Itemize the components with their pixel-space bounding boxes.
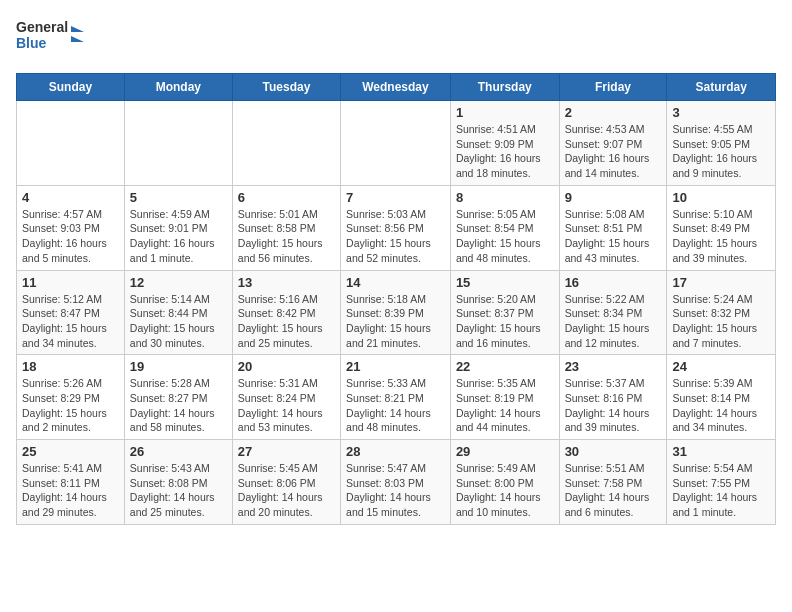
calendar-cell: 2Sunrise: 4:53 AMSunset: 9:07 PMDaylight… (559, 101, 667, 186)
calendar-cell: 20Sunrise: 5:31 AMSunset: 8:24 PMDayligh… (232, 355, 340, 440)
calendar-body: 1Sunrise: 4:51 AMSunset: 9:09 PMDaylight… (17, 101, 776, 525)
day-info: Sunrise: 5:47 AMSunset: 8:03 PMDaylight:… (346, 461, 445, 520)
day-info: Sunrise: 5:12 AMSunset: 8:47 PMDaylight:… (22, 292, 119, 351)
day-number: 8 (456, 190, 554, 205)
calendar-cell: 23Sunrise: 5:37 AMSunset: 8:16 PMDayligh… (559, 355, 667, 440)
weekday-header-row: SundayMondayTuesdayWednesdayThursdayFrid… (17, 74, 776, 101)
calendar-cell: 26Sunrise: 5:43 AMSunset: 8:08 PMDayligh… (124, 440, 232, 525)
day-info: Sunrise: 5:35 AMSunset: 8:19 PMDaylight:… (456, 376, 554, 435)
day-info: Sunrise: 4:59 AMSunset: 9:01 PMDaylight:… (130, 207, 227, 266)
day-number: 9 (565, 190, 662, 205)
day-number: 31 (672, 444, 770, 459)
day-number: 23 (565, 359, 662, 374)
calendar-cell: 10Sunrise: 5:10 AMSunset: 8:49 PMDayligh… (667, 185, 776, 270)
day-number: 3 (672, 105, 770, 120)
weekday-header-cell: Wednesday (341, 74, 451, 101)
day-number: 30 (565, 444, 662, 459)
day-info: Sunrise: 5:31 AMSunset: 8:24 PMDaylight:… (238, 376, 335, 435)
calendar-cell: 18Sunrise: 5:26 AMSunset: 8:29 PMDayligh… (17, 355, 125, 440)
day-number: 7 (346, 190, 445, 205)
day-info: Sunrise: 5:14 AMSunset: 8:44 PMDaylight:… (130, 292, 227, 351)
calendar-week-row: 25Sunrise: 5:41 AMSunset: 8:11 PMDayligh… (17, 440, 776, 525)
calendar-cell (232, 101, 340, 186)
day-number: 28 (346, 444, 445, 459)
calendar-table: SundayMondayTuesdayWednesdayThursdayFrid… (16, 73, 776, 525)
day-info: Sunrise: 5:18 AMSunset: 8:39 PMDaylight:… (346, 292, 445, 351)
calendar-cell: 15Sunrise: 5:20 AMSunset: 8:37 PMDayligh… (450, 270, 559, 355)
calendar-cell: 8Sunrise: 5:05 AMSunset: 8:54 PMDaylight… (450, 185, 559, 270)
weekday-header-cell: Tuesday (232, 74, 340, 101)
calendar-cell: 6Sunrise: 5:01 AMSunset: 8:58 PMDaylight… (232, 185, 340, 270)
calendar-cell (124, 101, 232, 186)
svg-text:Blue: Blue (16, 35, 47, 51)
day-number: 15 (456, 275, 554, 290)
calendar-cell: 27Sunrise: 5:45 AMSunset: 8:06 PMDayligh… (232, 440, 340, 525)
calendar-cell: 17Sunrise: 5:24 AMSunset: 8:32 PMDayligh… (667, 270, 776, 355)
calendar-cell: 30Sunrise: 5:51 AMSunset: 7:58 PMDayligh… (559, 440, 667, 525)
calendar-week-row: 1Sunrise: 4:51 AMSunset: 9:09 PMDaylight… (17, 101, 776, 186)
calendar-cell: 22Sunrise: 5:35 AMSunset: 8:19 PMDayligh… (450, 355, 559, 440)
day-number: 2 (565, 105, 662, 120)
calendar-cell: 12Sunrise: 5:14 AMSunset: 8:44 PMDayligh… (124, 270, 232, 355)
day-info: Sunrise: 5:26 AMSunset: 8:29 PMDaylight:… (22, 376, 119, 435)
day-number: 26 (130, 444, 227, 459)
calendar-week-row: 4Sunrise: 4:57 AMSunset: 9:03 PMDaylight… (17, 185, 776, 270)
day-number: 19 (130, 359, 227, 374)
day-number: 22 (456, 359, 554, 374)
day-number: 18 (22, 359, 119, 374)
day-info: Sunrise: 5:28 AMSunset: 8:27 PMDaylight:… (130, 376, 227, 435)
calendar-cell: 9Sunrise: 5:08 AMSunset: 8:51 PMDaylight… (559, 185, 667, 270)
calendar-cell: 3Sunrise: 4:55 AMSunset: 9:05 PMDaylight… (667, 101, 776, 186)
logo-svg: General Blue (16, 16, 86, 61)
day-info: Sunrise: 5:16 AMSunset: 8:42 PMDaylight:… (238, 292, 335, 351)
day-number: 21 (346, 359, 445, 374)
calendar-cell: 24Sunrise: 5:39 AMSunset: 8:14 PMDayligh… (667, 355, 776, 440)
day-info: Sunrise: 4:51 AMSunset: 9:09 PMDaylight:… (456, 122, 554, 181)
day-number: 1 (456, 105, 554, 120)
day-number: 13 (238, 275, 335, 290)
day-number: 11 (22, 275, 119, 290)
day-info: Sunrise: 4:55 AMSunset: 9:05 PMDaylight:… (672, 122, 770, 181)
day-info: Sunrise: 5:01 AMSunset: 8:58 PMDaylight:… (238, 207, 335, 266)
day-number: 29 (456, 444, 554, 459)
calendar-cell: 13Sunrise: 5:16 AMSunset: 8:42 PMDayligh… (232, 270, 340, 355)
calendar-cell: 7Sunrise: 5:03 AMSunset: 8:56 PMDaylight… (341, 185, 451, 270)
calendar-cell: 16Sunrise: 5:22 AMSunset: 8:34 PMDayligh… (559, 270, 667, 355)
day-number: 4 (22, 190, 119, 205)
calendar-cell (17, 101, 125, 186)
day-number: 20 (238, 359, 335, 374)
day-info: Sunrise: 5:33 AMSunset: 8:21 PMDaylight:… (346, 376, 445, 435)
day-info: Sunrise: 5:08 AMSunset: 8:51 PMDaylight:… (565, 207, 662, 266)
day-info: Sunrise: 5:22 AMSunset: 8:34 PMDaylight:… (565, 292, 662, 351)
day-number: 24 (672, 359, 770, 374)
calendar-cell: 25Sunrise: 5:41 AMSunset: 8:11 PMDayligh… (17, 440, 125, 525)
day-info: Sunrise: 4:57 AMSunset: 9:03 PMDaylight:… (22, 207, 119, 266)
day-info: Sunrise: 5:49 AMSunset: 8:00 PMDaylight:… (456, 461, 554, 520)
day-info: Sunrise: 5:37 AMSunset: 8:16 PMDaylight:… (565, 376, 662, 435)
weekday-header-cell: Thursday (450, 74, 559, 101)
weekday-header-cell: Saturday (667, 74, 776, 101)
calendar-cell: 31Sunrise: 5:54 AMSunset: 7:55 PMDayligh… (667, 440, 776, 525)
day-info: Sunrise: 5:03 AMSunset: 8:56 PMDaylight:… (346, 207, 445, 266)
day-info: Sunrise: 5:39 AMSunset: 8:14 PMDaylight:… (672, 376, 770, 435)
day-info: Sunrise: 5:24 AMSunset: 8:32 PMDaylight:… (672, 292, 770, 351)
weekday-header-cell: Monday (124, 74, 232, 101)
day-number: 5 (130, 190, 227, 205)
weekday-header-cell: Sunday (17, 74, 125, 101)
calendar-week-row: 11Sunrise: 5:12 AMSunset: 8:47 PMDayligh… (17, 270, 776, 355)
day-number: 16 (565, 275, 662, 290)
day-number: 10 (672, 190, 770, 205)
day-info: Sunrise: 5:10 AMSunset: 8:49 PMDaylight:… (672, 207, 770, 266)
calendar-cell: 21Sunrise: 5:33 AMSunset: 8:21 PMDayligh… (341, 355, 451, 440)
day-number: 25 (22, 444, 119, 459)
day-number: 12 (130, 275, 227, 290)
page-header: General Blue (16, 16, 776, 61)
calendar-cell: 11Sunrise: 5:12 AMSunset: 8:47 PMDayligh… (17, 270, 125, 355)
day-number: 17 (672, 275, 770, 290)
day-info: Sunrise: 5:51 AMSunset: 7:58 PMDaylight:… (565, 461, 662, 520)
day-info: Sunrise: 5:05 AMSunset: 8:54 PMDaylight:… (456, 207, 554, 266)
calendar-cell (341, 101, 451, 186)
day-info: Sunrise: 5:45 AMSunset: 8:06 PMDaylight:… (238, 461, 335, 520)
day-info: Sunrise: 5:43 AMSunset: 8:08 PMDaylight:… (130, 461, 227, 520)
svg-marker-3 (71, 26, 84, 32)
